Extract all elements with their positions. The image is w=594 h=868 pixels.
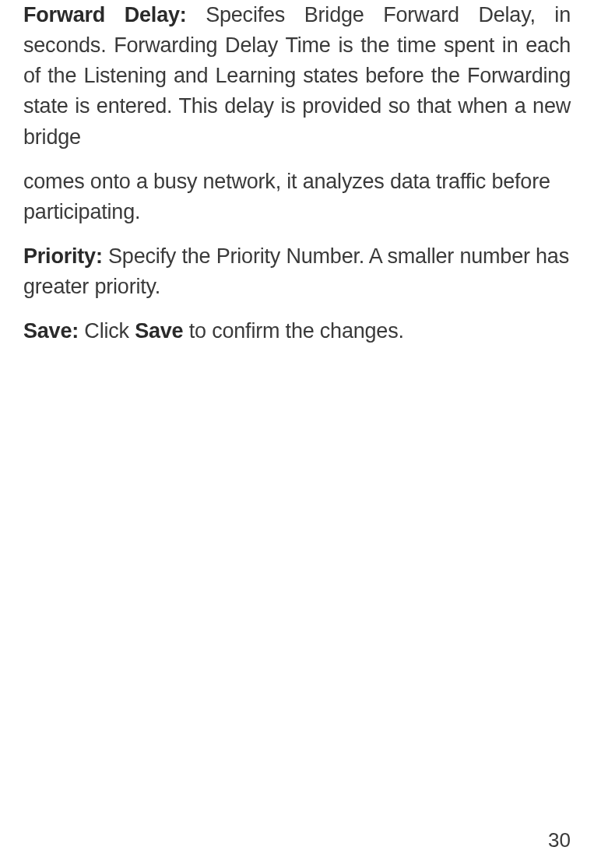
save-text-before: Click [79,319,135,343]
page-number: 30 [548,828,571,852]
document-content: Forward Delay: Specifes Bridge Forward D… [23,0,571,346]
save-bold-word: Save [135,319,183,343]
priority-label: Priority: [23,244,103,268]
paragraph-priority: Priority: Specify the Priority Number. A… [23,241,571,302]
paragraph-forward-delay: Forward Delay: Specifes Bridge Forward D… [23,0,571,153]
save-text-after: to confirm the changes. [183,319,403,343]
paragraph-save: Save: Click Save to confirm the changes. [23,316,571,346]
continuation-text: comes onto a busy network, it analyzes d… [23,170,550,223]
priority-text: Specify the Priority Number. A smaller n… [23,244,569,298]
save-label: Save: [23,319,79,343]
forward-delay-label: Forward Delay: [23,3,187,26]
paragraph-continuation: comes onto a busy network, it analyzes d… [23,167,571,227]
